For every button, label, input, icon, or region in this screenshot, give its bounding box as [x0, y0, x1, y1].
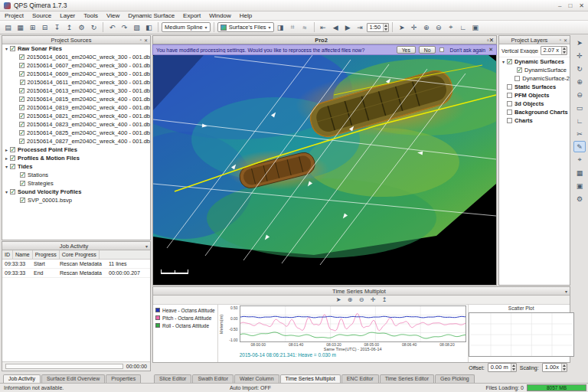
- camera-icon[interactable]: ▣: [573, 180, 586, 191]
- layer-display-icon[interactable]: ◨: [275, 21, 286, 33]
- bathymetry-3d-view[interactable]: [152, 55, 497, 286]
- legend-item[interactable]: Heave - Octans Attitude: [153, 306, 217, 314]
- minimize-button[interactable]: –: [558, 2, 561, 9]
- processing-settings-icon[interactable]: ⚙: [76, 21, 87, 33]
- menu-item[interactable]: Help: [240, 12, 252, 19]
- maximize-button[interactable]: □: [568, 2, 572, 9]
- tree-item-checkbox[interactable]: [20, 198, 25, 203]
- dock-tab[interactable]: ENC Editor: [341, 374, 379, 383]
- tree-item-checkbox[interactable]: [19, 139, 24, 144]
- menu-item[interactable]: Tools: [83, 12, 98, 19]
- tree-item-checkbox[interactable]: [19, 71, 24, 77]
- spin-down-icon[interactable]: [562, 368, 567, 371]
- menu-item[interactable]: Window: [209, 12, 230, 19]
- tree-item[interactable]: 20150614_0825_em2040C_wreck_400 - 001.db: [2, 129, 150, 137]
- tree-item-checkbox[interactable]: [20, 172, 25, 178]
- expander-icon[interactable]: ▸: [4, 155, 9, 161]
- dock-tab[interactable]: Time Series Editor: [380, 374, 434, 383]
- settings-icon[interactable]: ⚙: [573, 193, 586, 204]
- spline-select[interactable]: Medium Spline▾: [162, 22, 211, 32]
- tree-item[interactable]: 20150614_0827_em2040C_wreck_400 - 001.db: [2, 137, 150, 145]
- zoom-out-icon[interactable]: ⊖: [357, 296, 367, 304]
- scatter-plot-panel[interactable]: Scatter Plot: [468, 305, 574, 362]
- table-row[interactable]: 09:33:33End Rescan Metadata00:00:00.207: [2, 269, 150, 278]
- tree-item[interactable]: Static Surfaces: [499, 83, 570, 91]
- close-notification-icon[interactable]: ✕: [488, 47, 493, 53]
- dock-tab[interactable]: Surface Edit Overview: [41, 374, 105, 383]
- time-series-plot[interactable]: Meters(m) 0.500.00-0.50-1.00: [218, 305, 468, 362]
- tree-item[interactable]: 20150614_0819_em2040C_wreck_400 - 001.db: [2, 103, 150, 112]
- redo-icon[interactable]: ↷: [119, 21, 130, 33]
- yes-button[interactable]: Yes: [397, 46, 416, 54]
- tree-item-checkbox[interactable]: [507, 93, 512, 98]
- close-button[interactable]: ✕: [579, 2, 584, 9]
- prev-line-icon[interactable]: ◀: [330, 21, 341, 33]
- dock-tab[interactable]: Job Activity: [3, 374, 41, 383]
- slice-icon[interactable]: ✂: [573, 128, 586, 139]
- dock-tab[interactable]: Slice Editor: [154, 374, 191, 383]
- menu-item[interactable]: Source: [32, 12, 51, 19]
- open-project-icon[interactable]: ▤: [2, 21, 14, 33]
- grid-icon[interactable]: ⌗: [287, 21, 299, 33]
- column-header[interactable]: ID: [2, 250, 13, 259]
- tree-item[interactable]: Background Charts: [499, 108, 570, 116]
- tree-item[interactable]: ▾ Raw Sonar Files: [2, 44, 150, 53]
- tree-item[interactable]: ▾ Dynamic Surfaces: [499, 57, 570, 66]
- tree-item[interactable]: Strategies: [2, 179, 150, 188]
- collapse-panel-icon[interactable]: ▾: [145, 243, 148, 249]
- tree-item-checkbox[interactable]: [514, 76, 520, 81]
- tree-item-checkbox[interactable]: [20, 80, 25, 85]
- tree-item[interactable]: ▾ Tides: [2, 162, 150, 171]
- tree-item[interactable]: ▸ Profiles & Motion Files: [2, 154, 150, 162]
- measure-icon[interactable]: ∟: [573, 115, 586, 126]
- export-icon[interactable]: ↥: [64, 21, 75, 33]
- zoom-in-icon[interactable]: ⊕: [345, 296, 355, 304]
- next-line-icon[interactable]: ▶: [342, 21, 354, 33]
- palette-icon[interactable]: ▦: [573, 167, 586, 178]
- reprocess-icon[interactable]: ↻: [88, 21, 100, 33]
- tree-item-checkbox[interactable]: [19, 105, 24, 110]
- tree-item-checkbox[interactable]: [507, 101, 512, 106]
- tree-item[interactable]: 20150614_0823_em2040C_wreck_400 - 001.db: [2, 120, 150, 129]
- import-icon[interactable]: ↧: [51, 21, 63, 33]
- zoom-in-icon[interactable]: ⊕: [573, 76, 586, 87]
- zoom-extents-icon[interactable]: ⌖: [445, 21, 456, 33]
- scene-view-header[interactable]: Pro2 ▫ ✕: [152, 35, 497, 44]
- expander-icon[interactable]: ▾: [4, 164, 9, 169]
- title-bar[interactable]: QPS Qimera 1.7.3 – □ ✕: [0, 0, 588, 11]
- legend-item[interactable]: Pitch - Octans Attitude: [153, 314, 217, 322]
- tree-item-checkbox[interactable]: [19, 88, 24, 93]
- cursor-icon[interactable]: ➤: [334, 296, 344, 304]
- tree-item-checkbox[interactable]: [10, 147, 15, 152]
- column-header[interactable]: Progress: [33, 250, 60, 259]
- spin-down-icon[interactable]: [562, 51, 567, 54]
- tree-item-checkbox[interactable]: [507, 59, 512, 64]
- tree-item[interactable]: 20150614_0609_em2040C_wreck_300 - 001.db: [2, 70, 150, 78]
- select-icon[interactable]: ➤: [396, 21, 407, 33]
- first-line-icon[interactable]: ⇤: [318, 21, 329, 33]
- tree-item-checkbox[interactable]: [507, 84, 512, 90]
- edit-points-icon[interactable]: ✎: [573, 141, 586, 152]
- spin-down-icon[interactable]: [511, 368, 516, 371]
- dock-tab[interactable]: Properties: [106, 374, 141, 383]
- expander-icon[interactable]: ▾: [4, 46, 9, 51]
- undo-icon[interactable]: ↶: [106, 21, 118, 33]
- offset-spinbox[interactable]: 0.00 m: [488, 363, 517, 372]
- expander-icon[interactable]: ▾: [4, 189, 9, 194]
- tree-item-checkbox[interactable]: [10, 46, 15, 51]
- tree-item-checkbox[interactable]: [507, 118, 512, 123]
- tree-item-checkbox[interactable]: [10, 164, 15, 169]
- close-panel-icon[interactable]: ✕: [564, 38, 567, 43]
- tree-item[interactable]: DynamicSurface: [499, 66, 570, 74]
- zoom-out-icon[interactable]: ⊖: [573, 89, 586, 100]
- tree-item[interactable]: 3d Objects: [499, 100, 570, 108]
- tree-item[interactable]: 20150614_0821_em2040C_wreck_400 - 001.db: [2, 112, 150, 120]
- pan-view-icon[interactable]: ✛: [573, 50, 586, 61]
- tree-item[interactable]: 20150614_0815_em2040C_wreck_400 - 001.db: [2, 95, 150, 103]
- vertical-exaggeration-spinbox[interactable]: 2.07 x: [541, 46, 567, 55]
- tree-item-checkbox[interactable]: [19, 130, 24, 136]
- tree-item[interactable]: PFM Objects: [499, 91, 570, 100]
- tree-item[interactable]: 20150614_0611_em2040C_wreck_300 - 001.db: [2, 78, 150, 87]
- export-icon[interactable]: ↥: [380, 296, 390, 304]
- expander-icon[interactable]: ▾: [501, 59, 506, 64]
